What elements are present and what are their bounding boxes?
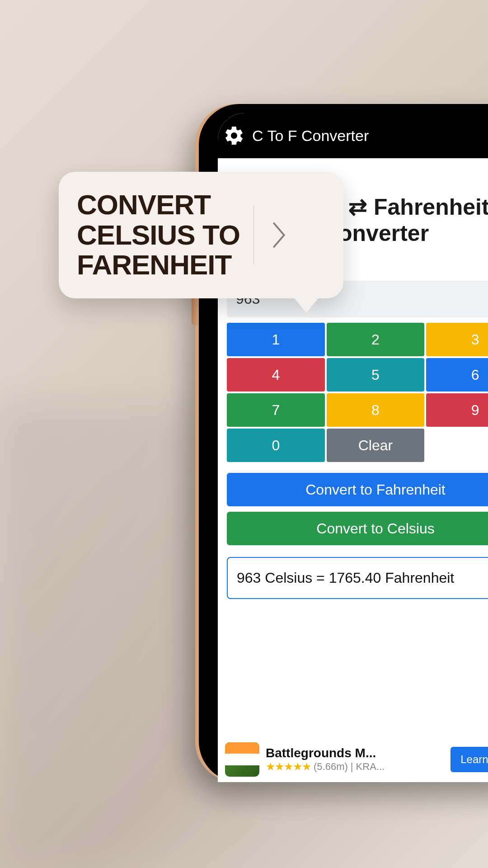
ad-banner[interactable]: Battlegrounds M... ★★★★★ (5.66m) | KRA..… bbox=[218, 737, 488, 782]
key-2[interactable]: 2 bbox=[327, 323, 425, 356]
ad-publisher: | KRA... bbox=[351, 761, 385, 773]
star-rating-icon: ★★★★★ bbox=[266, 760, 311, 773]
key-4[interactable]: 4 bbox=[227, 358, 325, 392]
settings-icon[interactable] bbox=[223, 125, 245, 146]
key-7[interactable]: 7 bbox=[227, 393, 325, 427]
key-0[interactable]: 0 bbox=[227, 429, 325, 462]
tooltip-text: CONVERT CELSIUS TO FARENHEIT bbox=[77, 190, 240, 281]
ad-cta-button[interactable]: Learn More bbox=[450, 747, 488, 772]
convert-to-celsius-button[interactable]: Convert to Celsius bbox=[227, 512, 488, 545]
ad-app-icon bbox=[225, 742, 259, 777]
chevron-right-icon bbox=[267, 219, 290, 251]
key-clear[interactable]: Clear bbox=[327, 429, 425, 462]
ad-text: Battlegrounds M... ★★★★★ (5.66m) | KRA..… bbox=[266, 746, 444, 773]
tooltip-line1: CONVERT bbox=[77, 189, 211, 220]
key-1[interactable]: 1 bbox=[227, 323, 325, 356]
keypad: 1 2 3 4 5 6 7 8 9 0 Clear bbox=[227, 323, 488, 462]
ad-meta: ★★★★★ (5.66m) | KRA... bbox=[266, 760, 444, 773]
tooltip-line3: FARENHEIT bbox=[77, 249, 231, 280]
ad-reviews: (5.66m) bbox=[314, 761, 348, 773]
key-5[interactable]: 5 bbox=[327, 358, 425, 392]
ad-title: Battlegrounds M... bbox=[266, 746, 444, 760]
key-3[interactable]: 3 bbox=[426, 323, 488, 356]
tooltip-divider bbox=[253, 206, 254, 264]
promo-tooltip: CONVERT CELSIUS TO FARENHEIT bbox=[59, 172, 343, 298]
app-bar: C To F Converter bbox=[218, 113, 488, 158]
result-output: 963 Celsius = 1765.40 Fahrenheit bbox=[227, 557, 488, 599]
app-title: C To F Converter bbox=[252, 127, 369, 145]
key-9[interactable]: 9 bbox=[426, 393, 488, 427]
key-8[interactable]: 8 bbox=[327, 393, 425, 427]
key-6[interactable]: 6 bbox=[426, 358, 488, 392]
convert-to-fahrenheit-button[interactable]: Convert to Fahrenheit bbox=[227, 473, 488, 506]
tooltip-line2: CELSIUS TO bbox=[77, 219, 240, 250]
